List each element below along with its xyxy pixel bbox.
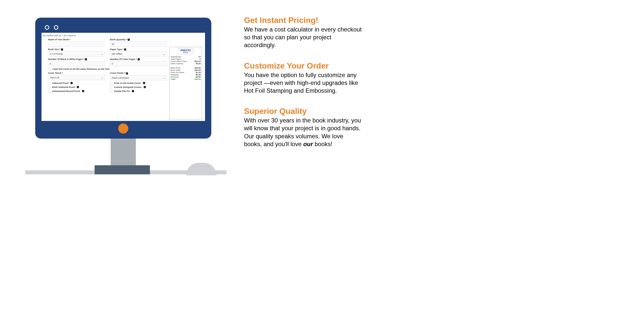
book-size-label: Book Size *i xyxy=(48,48,105,51)
required-note: ds marked with an * are required xyxy=(43,34,167,37)
feature-title: Superior Quality xyxy=(244,107,362,116)
feature-list: Get Instant Pricing! We have a cost calc… xyxy=(239,0,644,324)
feature-body: We have a cost calculator in every check… xyxy=(244,25,362,49)
chevron-down-icon: ⌄ xyxy=(163,53,165,55)
price-row: Other Options:$0.00 xyxy=(171,62,201,65)
info-icon: i xyxy=(61,48,63,51)
info-icon: i xyxy=(144,86,146,88)
monitor-stand-neck xyxy=(111,139,136,169)
info-icon: i xyxy=(138,58,140,60)
info-icon: i xyxy=(124,48,126,51)
order-form: ds marked with an * are required Name of… xyxy=(43,34,169,119)
screen-content: ds marked with an * are required Name of… xyxy=(42,33,205,121)
book-size-select[interactable]: 4 x 6 Portrait⌄ xyxy=(48,51,105,56)
window-controls xyxy=(45,25,58,30)
price-total: Total:$40.65 xyxy=(171,78,201,80)
hero-illustration: ds marked with an * are required Name of… xyxy=(0,0,239,324)
checkbox-icon xyxy=(110,86,112,88)
feature-title: Customize Your Order xyxy=(244,61,362,71)
checkbox-icon xyxy=(110,82,112,84)
color-pages-label: Number Of Color Pages *i xyxy=(110,58,167,60)
feature-customize-order: Customize Your Order You have the option… xyxy=(244,61,362,95)
cover-stock-select[interactable]: 10pt C1S⌄ xyxy=(48,75,105,80)
chevron-down-icon: ⌄ xyxy=(101,76,103,79)
checkbox-icon xyxy=(48,82,51,84)
name-of-book-input[interactable] xyxy=(48,42,105,47)
monitor-stand-base xyxy=(95,165,150,174)
chevron-down-icon: ⌄ xyxy=(163,76,165,79)
home-button-icon xyxy=(118,123,128,134)
option-rush-unbound-proof[interactable]: Rush Unbound Proof i xyxy=(48,86,105,88)
color-pages-input[interactable]: 0 xyxy=(110,61,167,66)
option-print-inside-cover[interactable]: Print on the Inside Cover i xyxy=(110,82,167,84)
cover-finish-label: Cover Finish *i xyxy=(110,72,167,74)
name-of-book-label: Name of Your Book * xyxy=(48,38,105,41)
monitor-frame: ds marked with an * are required Name of… xyxy=(35,18,211,139)
window-dot-icon xyxy=(45,25,49,30)
pricing-summary-card: PRESTO PAGE Total Books:25 Total Pages:0… xyxy=(169,47,202,119)
window-dot-icon xyxy=(54,25,58,30)
feature-body: You have the option to fully customize a… xyxy=(244,71,362,95)
price-row: Book Total:$40.65 xyxy=(171,69,201,71)
feature-body: With over 30 years in the book industry,… xyxy=(244,116,362,148)
bw-pages-input[interactable]: 0 xyxy=(48,61,105,66)
price-row: Price Per Book:$1.63 xyxy=(171,71,201,74)
price-row: Cover Stock Price:$33.25 xyxy=(171,60,201,62)
checkbox-icon xyxy=(48,90,51,92)
option-unlaminated-bound-proof[interactable]: Unlaminated Bound Proof i xyxy=(48,90,105,92)
info-icon: i xyxy=(143,82,145,84)
checkbox-icon xyxy=(48,86,51,88)
cover-finish-select[interactable]: Gloss Lamination⌄ xyxy=(110,75,167,80)
book-quantity-input[interactable]: 25 xyxy=(110,42,167,47)
paper-type-select[interactable]: 50# Offset⌄ xyxy=(110,51,167,56)
option-unbound-proof[interactable]: Unbound Proof i xyxy=(48,82,105,84)
info-icon: i xyxy=(128,39,130,41)
feature-instant-pricing: Get Instant Pricing! We have a cost calc… xyxy=(244,16,362,49)
info-icon: i xyxy=(132,90,134,92)
info-icon: i xyxy=(82,90,84,92)
checkbox-icon xyxy=(110,90,112,92)
option-simple-file-fix[interactable]: Simple File Fix i xyxy=(110,90,167,92)
book-quantity-label: Book Quantity *i xyxy=(110,38,167,41)
cover-stock-label: Cover Stock * xyxy=(48,72,105,74)
presto-page-logo: PRESTO PAGE xyxy=(178,48,193,54)
feature-superior-quality: Superior Quality With over 30 years in t… xyxy=(244,107,362,148)
info-icon: i xyxy=(70,82,73,84)
info-icon: i xyxy=(77,86,79,88)
bw-pages-label: Number Of Black & White Pages *i xyxy=(48,58,105,60)
price-row: Base Price:$39.50 xyxy=(171,67,201,69)
price-row: Total Books:25 xyxy=(171,56,201,58)
price-row: Total Pages:0 xyxy=(171,58,201,60)
price-row: Discount:$0.00 xyxy=(171,76,201,78)
feature-title: Get Instant Pricing! xyxy=(244,16,362,25)
info-icon: i xyxy=(126,72,128,75)
same-thickness-checkbox[interactable]: I want the Cover to be the same thicknes… xyxy=(48,68,167,70)
info-icon: i xyxy=(85,58,87,60)
chevron-down-icon: ⌄ xyxy=(101,53,103,55)
checkbox-icon xyxy=(48,68,51,70)
paper-type-label: Paper Type *i xyxy=(110,48,167,51)
price-row: Shipping:$0.00 xyxy=(171,74,201,76)
option-custom-designed-covers[interactable]: Custom Designed Covers i xyxy=(110,86,167,88)
mouse-shape xyxy=(186,163,216,175)
